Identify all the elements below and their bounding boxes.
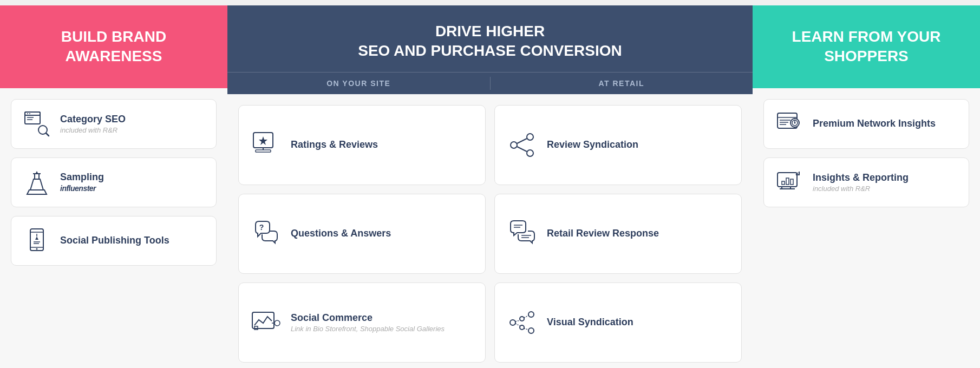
left-header: BUILD BRANDAWARENESS <box>0 5 227 88</box>
svg-line-43 <box>524 328 528 330</box>
svg-line-25 <box>517 147 527 152</box>
svg-rect-58 <box>786 178 789 185</box>
social-publishing-card[interactable]: Social Publishing Tools <box>11 216 217 266</box>
svg-point-22 <box>527 134 533 140</box>
review-syndication-card[interactable]: Review Syndication <box>494 105 742 185</box>
svg-point-21 <box>511 142 517 148</box>
subheader-at-retail: AT RETAIL <box>491 73 753 94</box>
review-syndication-text: Review Syndication <box>547 139 638 150</box>
social-commerce-icon <box>250 306 282 339</box>
category-seo-subtitle: included with R&R <box>60 126 126 134</box>
svg-point-39 <box>520 325 524 330</box>
insights-reporting-text: Insights & Reporting included with R&R <box>813 172 909 193</box>
middle-header: DRIVE HIGHERSEO AND PURCHASE CONVERSION <box>227 5 753 72</box>
svg-point-12 <box>36 248 38 249</box>
ratings-reviews-card[interactable]: Ratings & Reviews <box>238 105 486 185</box>
right-column: LEARN FROM YOURSHOPPERS <box>753 5 980 368</box>
svg-line-42 <box>524 316 528 318</box>
questions-answers-title: Questions & Answers <box>291 228 391 239</box>
middle-column: DRIVE HIGHERSEO AND PURCHASE CONVERSION … <box>227 5 753 368</box>
social-publishing-text: Social Publishing Tools <box>60 235 169 246</box>
retail-review-response-text: Retail Review Response <box>547 228 659 239</box>
svg-point-38 <box>520 317 524 321</box>
social-commerce-card[interactable]: Social Commerce Link in Bio Storefront, … <box>238 282 486 363</box>
svg-line-41 <box>515 324 520 326</box>
ratings-reviews-text: Ratings & Reviews <box>291 139 378 150</box>
ratings-reviews-title: Ratings & Reviews <box>291 139 378 150</box>
category-seo-icon <box>22 109 51 139</box>
visual-syndication-text: Visual Syndication <box>547 317 633 328</box>
svg-text:?: ? <box>259 223 264 232</box>
svg-marker-8 <box>36 171 38 173</box>
premium-network-insights-card[interactable]: Premium Network Insights <box>763 99 969 149</box>
visual-syndication-icon <box>506 306 538 339</box>
svg-line-7 <box>46 133 49 136</box>
questions-answers-text: Questions & Answers <box>291 228 391 239</box>
insights-reporting-title: Insights & Reporting <box>813 172 909 183</box>
left-body: Category SEO included with R&R Samp <box>0 88 227 368</box>
questions-answers-card[interactable]: ? Questions & Answers <box>238 194 486 274</box>
svg-rect-19 <box>256 150 271 152</box>
subheader-on-your-site: ON YOUR SITE <box>227 73 490 94</box>
svg-point-23 <box>527 150 533 156</box>
retail-review-response-card[interactable]: Retail Review Response <box>494 194 742 274</box>
sampling-title: Sampling <box>60 172 104 183</box>
sampling-brand: influenster <box>60 184 104 193</box>
social-commerce-text: Social Commerce Link in Bio Storefront, … <box>291 312 445 333</box>
right-body: Premium Network Insights <box>753 88 980 368</box>
page-wrapper: BUILD BRANDAWARENESS <box>0 5 980 368</box>
sampling-card[interactable]: Sampling influenster <box>11 157 217 207</box>
svg-point-36 <box>528 312 534 317</box>
review-syndication-title: Review Syndication <box>547 139 638 150</box>
ratings-reviews-icon <box>250 129 282 161</box>
left-column: BUILD BRANDAWARENESS <box>0 5 227 368</box>
svg-marker-13 <box>35 236 38 240</box>
social-publishing-title: Social Publishing Tools <box>60 235 169 246</box>
sampling-text: Sampling influenster <box>60 172 104 193</box>
premium-network-insights-title: Premium Network Insights <box>813 118 936 129</box>
insights-reporting-icon <box>775 168 804 197</box>
svg-point-35 <box>510 320 515 325</box>
premium-network-insights-icon <box>775 109 804 139</box>
svg-rect-59 <box>790 179 793 185</box>
retail-review-response-icon <box>506 218 538 250</box>
svg-line-40 <box>515 320 520 321</box>
sampling-icon <box>22 168 51 197</box>
review-syndication-icon <box>506 129 538 161</box>
svg-marker-18 <box>259 136 267 145</box>
premium-network-insights-text: Premium Network Insights <box>813 118 936 129</box>
visual-syndication-title: Visual Syndication <box>547 317 633 328</box>
right-header: LEARN FROM YOURSHOPPERS <box>753 5 980 88</box>
svg-point-37 <box>528 328 534 333</box>
questions-answers-icon: ? <box>250 218 282 250</box>
social-commerce-title: Social Commerce <box>291 312 445 324</box>
social-publishing-icon <box>22 226 51 255</box>
insights-reporting-card[interactable]: Insights & Reporting included with R&R <box>763 157 969 207</box>
svg-line-24 <box>517 139 527 143</box>
svg-rect-57 <box>782 181 785 185</box>
visual-syndication-card[interactable]: Visual Syndication <box>494 282 742 363</box>
category-seo-text: Category SEO included with R&R <box>60 114 126 134</box>
middle-body: Ratings & Reviews Review Syndication <box>227 94 753 368</box>
insights-reporting-subtitle: included with R&R <box>813 185 909 193</box>
retail-review-response-title: Retail Review Response <box>547 228 659 239</box>
svg-point-33 <box>275 320 280 326</box>
category-seo-title: Category SEO <box>60 114 126 125</box>
category-seo-card[interactable]: Category SEO included with R&R <box>11 99 217 149</box>
social-commerce-subtitle: Link in Bio Storefront, Shoppable Social… <box>291 325 445 333</box>
middle-subheader: ON YOUR SITE AT RETAIL <box>227 72 753 94</box>
